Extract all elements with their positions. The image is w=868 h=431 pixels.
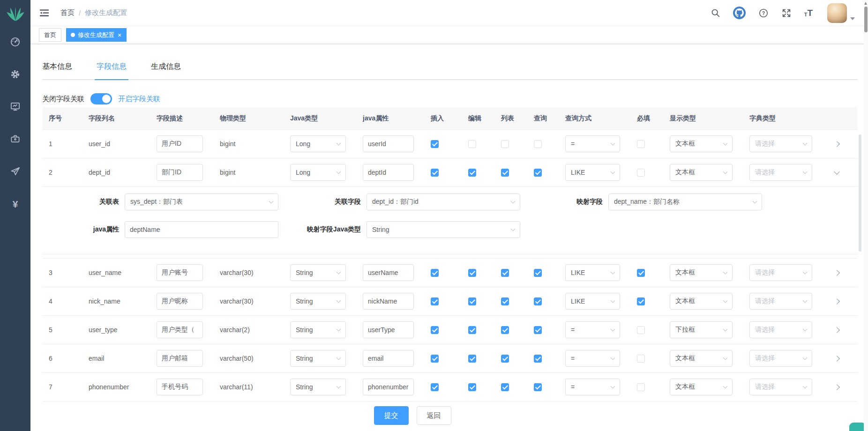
- java-attr-input[interactable]: [363, 350, 414, 367]
- sidebar-item-deploy[interactable]: [0, 158, 30, 186]
- dict-type-select[interactable]: 请选择: [749, 379, 812, 395]
- display-type-select[interactable]: 下拉框: [670, 321, 733, 338]
- field-description-input[interactable]: [157, 379, 203, 395]
- mapping-field-java-type-select[interactable]: String: [367, 221, 520, 238]
- sidebar-toggle-icon[interactable]: [39, 7, 50, 19]
- query-checkbox[interactable]: [534, 269, 542, 277]
- dict-type-select[interactable]: 请选择: [749, 164, 812, 181]
- expand-row-toggle[interactable]: [834, 384, 840, 390]
- breadcrumb-home[interactable]: 首页: [60, 8, 75, 17]
- dict-type-select[interactable]: 请选择: [749, 264, 812, 281]
- edit-checkbox[interactable]: [468, 355, 476, 363]
- java-attr-input[interactable]: [363, 135, 414, 152]
- insert-checkbox[interactable]: [431, 355, 439, 363]
- display-type-select[interactable]: 文本框: [670, 164, 733, 181]
- display-type-select[interactable]: 文本框: [670, 350, 733, 367]
- edit-checkbox[interactable]: [468, 169, 476, 177]
- java-type-select[interactable]: String: [290, 379, 346, 395]
- collapse-row-toggle[interactable]: [834, 169, 840, 175]
- list-checkbox[interactable]: [501, 140, 509, 148]
- edit-checkbox[interactable]: [468, 269, 476, 277]
- list-checkbox[interactable]: [501, 355, 509, 363]
- dict-type-select[interactable]: 请选择: [749, 293, 812, 310]
- display-type-select[interactable]: 文本框: [670, 264, 733, 281]
- field-description-input[interactable]: [157, 135, 203, 152]
- query-checkbox[interactable]: [534, 140, 542, 148]
- java-attr-input[interactable]: [363, 164, 414, 181]
- required-checkbox[interactable]: [637, 169, 645, 177]
- query-checkbox[interactable]: [534, 326, 542, 334]
- sidebar-item-tool[interactable]: [0, 126, 30, 154]
- list-checkbox[interactable]: [501, 297, 509, 305]
- github-icon[interactable]: [733, 7, 746, 19]
- required-checkbox[interactable]: [637, 383, 645, 391]
- insert-checkbox[interactable]: [431, 383, 439, 391]
- association-table-select[interactable]: sys_dept：部门表: [125, 193, 278, 210]
- field-description-input[interactable]: [157, 264, 203, 281]
- close-icon[interactable]: ×: [118, 32, 121, 38]
- sidebar-item-pay[interactable]: ¥: [0, 190, 30, 218]
- expand-row-toggle[interactable]: [834, 141, 840, 147]
- display-type-select[interactable]: 文本框: [670, 135, 733, 152]
- mapping-field-select[interactable]: dept_name：部门名称: [608, 193, 762, 210]
- required-checkbox[interactable]: [637, 269, 645, 277]
- list-checkbox[interactable]: [501, 169, 509, 177]
- tab-generate-info[interactable]: 生成信息: [151, 62, 181, 79]
- help-icon[interactable]: ?: [758, 8, 769, 18]
- query-mode-select[interactable]: =: [565, 379, 620, 395]
- java-attr-input[interactable]: [363, 293, 414, 310]
- query-mode-select[interactable]: LIKE: [565, 293, 620, 310]
- tab-basic-info[interactable]: 基本信息: [42, 62, 72, 79]
- tab-field-info[interactable]: 字段信息: [97, 62, 127, 79]
- required-checkbox[interactable]: [637, 297, 645, 305]
- insert-checkbox[interactable]: [431, 269, 439, 277]
- sidebar-item-monitor[interactable]: [0, 93, 30, 121]
- query-checkbox[interactable]: [534, 355, 542, 363]
- query-mode-select[interactable]: =: [565, 135, 620, 152]
- scrollbar-thumb[interactable]: [864, 7, 868, 32]
- display-type-select[interactable]: 文本框: [670, 293, 733, 310]
- table-scrollbar[interactable]: [859, 134, 861, 252]
- required-checkbox[interactable]: [637, 140, 645, 148]
- query-mode-select[interactable]: =: [565, 321, 620, 338]
- java-type-select[interactable]: String: [290, 350, 346, 367]
- dict-type-select[interactable]: 请选择: [749, 350, 812, 367]
- java-attr-input[interactable]: [363, 264, 414, 281]
- edit-checkbox[interactable]: [468, 140, 476, 148]
- expand-row-toggle[interactable]: [834, 356, 840, 362]
- back-button[interactable]: 返回: [417, 406, 451, 425]
- required-checkbox[interactable]: [637, 326, 645, 334]
- required-checkbox[interactable]: [637, 355, 645, 363]
- user-avatar[interactable]: [827, 3, 855, 23]
- tag-active[interactable]: 修改生成配置 ×: [66, 28, 127, 42]
- edit-checkbox[interactable]: [468, 383, 476, 391]
- query-mode-select[interactable]: =: [565, 350, 620, 367]
- query-checkbox[interactable]: [534, 169, 542, 177]
- plant-logo-icon[interactable]: [6, 4, 25, 24]
- sidebar-item-dashboard[interactable]: [0, 29, 30, 57]
- association-field-select[interactable]: dept_id：部门id: [367, 193, 520, 210]
- page-scrollbar[interactable]: [864, 0, 868, 431]
- java-type-select[interactable]: String: [290, 264, 346, 281]
- field-description-input[interactable]: [157, 321, 203, 338]
- dict-type-select[interactable]: 请选择: [749, 135, 812, 152]
- query-mode-select[interactable]: LIKE: [565, 164, 620, 181]
- list-checkbox[interactable]: [501, 383, 509, 391]
- java-type-select[interactable]: String: [290, 321, 346, 338]
- mapping-java-attr-input[interactable]: [125, 221, 278, 238]
- java-attr-input[interactable]: [363, 321, 414, 338]
- search-icon[interactable]: [711, 8, 720, 18]
- query-checkbox[interactable]: [534, 297, 542, 305]
- insert-checkbox[interactable]: [431, 326, 439, 334]
- java-type-select[interactable]: Long: [290, 135, 346, 152]
- field-description-input[interactable]: [157, 293, 203, 310]
- field-description-input[interactable]: [157, 350, 203, 367]
- tag-home[interactable]: 首页: [39, 28, 61, 42]
- association-on-label[interactable]: 开启字段关联: [118, 95, 160, 104]
- field-association-toggle[interactable]: [90, 93, 112, 104]
- expand-row-toggle[interactable]: [834, 327, 840, 333]
- sidebar-item-system[interactable]: [0, 61, 30, 89]
- expand-row-toggle[interactable]: [834, 298, 840, 305]
- field-description-input[interactable]: [157, 164, 203, 181]
- list-checkbox[interactable]: [501, 326, 509, 334]
